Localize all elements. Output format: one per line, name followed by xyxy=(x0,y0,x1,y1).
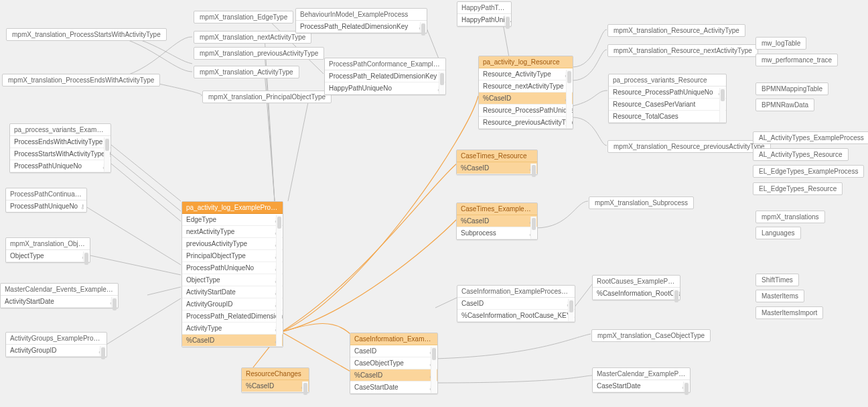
field-row[interactable]: Resource_ProcessPathUniqueNo⚷ xyxy=(479,105,573,117)
field-row[interactable]: Subprocess⚷ xyxy=(457,227,537,239)
chip[interactable]: mpmX_translation_Resource_ActivityType xyxy=(607,24,745,37)
scrollbar[interactable] xyxy=(83,251,89,261)
chip[interactable]: AL_ActivityTypes_ExampleProcess xyxy=(753,131,868,144)
scrollbar-thumb[interactable] xyxy=(506,17,510,29)
field-row[interactable]: Resource_ActivityType⚷ xyxy=(479,68,573,80)
scrollbar-thumb[interactable] xyxy=(432,348,436,360)
chip[interactable]: Languages xyxy=(755,227,801,239)
field-row[interactable]: CaseStartDate⚷ xyxy=(593,380,690,392)
field-row[interactable]: previousActivityType⚷ xyxy=(182,238,283,250)
scrollbar-thumb[interactable] xyxy=(532,165,536,177)
field-row[interactable]: CaseID⚷ xyxy=(457,298,575,310)
field-row[interactable]: CaseID⚷ xyxy=(350,345,437,357)
field-row[interactable]: PrincipalObjectType⚷ xyxy=(182,250,283,262)
field-row[interactable]: ProcessPath_RelatedDimensionKey⚷ xyxy=(296,21,427,33)
scrollbar[interactable] xyxy=(302,382,308,392)
table-RootCauses_ExampleProcess[interactable]: RootCauses_ExampleProcess%CaseInformatio… xyxy=(592,275,680,300)
field-row[interactable]: EdgeType⚷ xyxy=(182,214,283,226)
field-row[interactable]: %CaseID⚷ xyxy=(182,335,283,347)
chip[interactable]: mpmX_translation_Resource_nextActivityTy… xyxy=(607,44,758,57)
chip[interactable]: mpmX_translations xyxy=(755,211,825,223)
table-mpmX_translation_ObjectType[interactable]: mpmX_translation_ObjectTypeObjectType⚷ xyxy=(5,237,90,263)
table-CaseInformation_ExampleProcess[interactable]: CaseInformation_ExampleProcessCaseID⚷Cas… xyxy=(350,333,438,394)
scrollbar-thumb[interactable] xyxy=(105,139,109,151)
field-row[interactable]: ActivityType⚷ xyxy=(182,323,283,335)
scrollbar[interactable] xyxy=(719,88,725,122)
scrollbar[interactable] xyxy=(530,164,536,174)
field-row[interactable]: ProcessEndsWithActivityType⚷ xyxy=(10,136,111,148)
scrollbar[interactable] xyxy=(530,217,536,239)
field-row[interactable]: Resource_ProcessPathUniqueNo⚷ xyxy=(609,86,726,99)
table-pa_activity_log_ExampleProcess[interactable]: pa_activity_log_ExampleProcessEdgeType⚷n… xyxy=(182,201,283,347)
field-row[interactable]: ActivityGroupID⚷ xyxy=(6,345,106,357)
chip[interactable]: mpmX_translation_PrincipalObjectType xyxy=(202,91,332,103)
field-row[interactable]: nextActivityType⚷ xyxy=(182,226,283,238)
field-row[interactable]: ProcessStartsWithActivityType⚷ xyxy=(10,148,111,160)
field-row[interactable]: ProcessPath_RelatedDimensionK…⚷ xyxy=(182,310,283,323)
field-row[interactable]: ProcessPathUniqueNo⚷ xyxy=(182,262,283,274)
field-row[interactable]: Resource_nextActivityType⚷ xyxy=(479,80,573,93)
chip[interactable]: mpmX_translation_Resource_previousActivi… xyxy=(607,140,771,153)
field-row[interactable]: ActivityStartDate⚷ xyxy=(1,296,118,308)
chip[interactable]: mpmX_translation_EdgeType xyxy=(194,11,293,23)
field-row[interactable]: ProcessPath_RelatedDimensionKey⚷ xyxy=(325,70,445,82)
field-row[interactable]: Resource_previousActivityType⚷ xyxy=(479,117,573,129)
table-pa_process_variants_ExampleProcess[interactable]: pa_process_variants_ExampleProcessProces… xyxy=(9,123,111,173)
scrollbar-thumb[interactable] xyxy=(567,71,571,83)
scrollbar[interactable] xyxy=(100,346,106,356)
scrollbar[interactable] xyxy=(431,347,437,393)
scrollbar[interactable] xyxy=(568,299,574,321)
field-row[interactable]: %CaseID⚷ xyxy=(350,369,437,382)
field-row[interactable]: Resource_TotalCases xyxy=(609,111,726,123)
table-MasterCalendar_Events_ExampleProcess[interactable]: MasterCalendar_Events_ExampleProcessActi… xyxy=(0,283,119,308)
chip[interactable]: mpmX_translation_ActivityType xyxy=(194,66,299,78)
table-CaseTimes_Resource[interactable]: CaseTimes_Resource%CaseID⚷ xyxy=(456,150,538,175)
field-row[interactable]: HappyPathUniqueN…⚷ xyxy=(457,14,511,26)
field-row[interactable]: ProcessPathUniqueNo⚷ xyxy=(10,160,111,172)
scrollbar-thumb[interactable] xyxy=(440,73,444,85)
chip[interactable]: mw_performance_trace xyxy=(755,54,838,66)
field-row[interactable]: ObjectType⚷ xyxy=(6,250,90,262)
chip[interactable]: ShiftTimes xyxy=(755,274,799,286)
field-row[interactable]: %CaseInformation_RootCause_K…⚷ xyxy=(593,288,680,300)
chip[interactable]: BPMNRawData xyxy=(755,99,814,111)
field-row[interactable]: %CaseID⚷ xyxy=(479,93,573,105)
scrollbar-thumb[interactable] xyxy=(277,217,281,229)
field-row[interactable]: ProcessPathUniqueNo⚷ xyxy=(6,200,86,212)
chip[interactable]: EL_EdgeTypes_Resource xyxy=(753,182,843,195)
chip[interactable]: mpmX_translation_ProcessEndsWithActivity… xyxy=(2,74,160,86)
scrollbar-thumb[interactable] xyxy=(532,218,536,230)
field-row[interactable]: ActivityStartDate⚷ xyxy=(182,286,283,298)
table-ResourceChanges[interactable]: ResourceChanges%CaseID⚷ xyxy=(241,367,309,393)
scrollbar[interactable] xyxy=(276,215,282,346)
table-pa_process_variants_Resource[interactable]: pa_process_variants_ResourceResource_Pro… xyxy=(608,74,727,123)
field-row[interactable]: ActivityGroupID⚷ xyxy=(182,298,283,310)
field-row[interactable]: CaseStartDate⚷ xyxy=(350,382,437,394)
field-row[interactable]: %CaseInformation_RootCause_KEY⚷ xyxy=(457,310,575,322)
field-row[interactable]: %CaseID⚷ xyxy=(457,162,537,174)
chip[interactable]: mpmX_translation_previousActivityType xyxy=(194,47,324,60)
chip[interactable]: mpmX_translation_CaseObjectType xyxy=(591,329,711,342)
table-HappyPathTable[interactable]: HappyPathTableHappyPathUniqueN…⚷ xyxy=(457,1,512,27)
chip[interactable]: BPMNMappingTable xyxy=(755,82,828,95)
scrollbar[interactable] xyxy=(673,289,679,299)
field-row[interactable]: ObjectType⚷ xyxy=(182,274,283,286)
scrollbar[interactable] xyxy=(420,22,426,32)
chip[interactable]: MasterItemsImport xyxy=(755,306,823,319)
scrollbar-thumb[interactable] xyxy=(421,23,425,36)
scrollbar-thumb[interactable] xyxy=(84,253,88,265)
chip[interactable]: mpmX_translation_ProcessStartsWithActivi… xyxy=(6,28,167,41)
table-ProcessPathContinuation[interactable]: ProcessPathContinuationProcessPathUnique… xyxy=(5,188,87,213)
chip[interactable]: mpmX_translation_Subprocess xyxy=(589,196,694,209)
scrollbar[interactable] xyxy=(111,297,117,307)
diagram-canvas[interactable]: mpmX_translation_ProcessStartsWithActivi… xyxy=(0,0,868,407)
field-row[interactable]: %CaseID⚷ xyxy=(457,215,537,227)
table-CaseInformation_ExampleProcess_RCA_LinkTable[interactable]: CaseInformation_ExampleProcess_RCA_LinkT… xyxy=(457,285,575,323)
chip[interactable]: AL_ActivityTypes_Resource xyxy=(753,148,849,161)
table-ProcessPathConformance_ExampleProcess[interactable]: ProcessPathConformance_ExampleProcessPro… xyxy=(324,58,446,95)
scrollbar-thumb[interactable] xyxy=(101,347,105,359)
chip[interactable]: mw_logTable xyxy=(755,37,806,50)
field-row[interactable]: CaseObjectType⚷ xyxy=(350,357,437,369)
table-MasterCalendar_ExampleProcess[interactable]: MasterCalendar_ExampleProcessCaseStartDa… xyxy=(592,367,691,393)
scrollbar[interactable] xyxy=(104,137,110,172)
